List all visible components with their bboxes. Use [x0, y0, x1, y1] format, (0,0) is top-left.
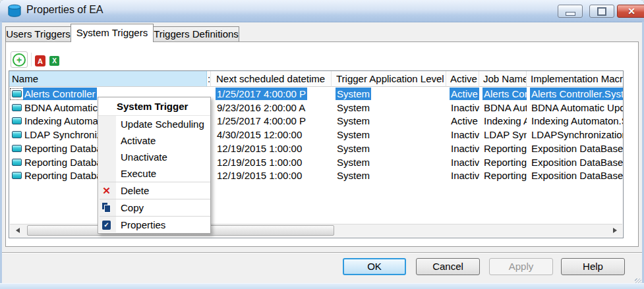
properties-icon: ✓: [101, 219, 112, 230]
maximize-button[interactable]: [589, 5, 614, 18]
cell-active[interactable]: Inactive: [450, 169, 479, 182]
maximize-icon: [597, 7, 606, 16]
menu-item-copy[interactable]: Copy: [98, 199, 210, 216]
cell-next[interactable]: 9/23/2016 2:00:00 A: [216, 101, 307, 114]
column-header-trigger-application-level[interactable]: Trigger Application Level: [332, 71, 446, 87]
ok-button[interactable]: OK: [343, 258, 406, 275]
apply-button: Apply: [489, 258, 553, 275]
cell-next[interactable]: 12/19/2015 1:00:00: [216, 156, 303, 169]
tab-triggers-definitions[interactable]: Triggers Definitions: [153, 26, 239, 41]
cell-impl[interactable]: Alerts Controller.System: [530, 88, 624, 100]
cell-impl[interactable]: Exposition DataBase Sy: [530, 156, 624, 169]
scroll-right-button[interactable]: [610, 224, 622, 236]
excel-icon: X: [52, 57, 57, 65]
column-header-name[interactable]: Name: [9, 71, 207, 87]
menu-item-execute[interactable]: Execute: [98, 165, 210, 182]
arrow-right-icon: [613, 228, 620, 233]
cell-job[interactable]: Reporting Database: [483, 156, 527, 169]
cell-active[interactable]: Active: [450, 115, 479, 127]
cell-level[interactable]: System: [336, 156, 371, 169]
export-excel-button[interactable]: X: [49, 56, 59, 66]
export-pdf-button[interactable]: A: [35, 55, 45, 66]
toolbar-separator: [31, 53, 32, 66]
cell-impl[interactable]: LDAPSynchronizationAg: [530, 128, 624, 141]
cell-active[interactable]: Inactive: [450, 142, 479, 155]
cell-active[interactable]: Inactive: [450, 128, 479, 141]
close-icon: ✕: [628, 6, 635, 16]
cell-active[interactable]: Active: [450, 88, 479, 100]
properties-dialog: Properties of EA ✕ Users TriggersSystem …: [0, 0, 644, 289]
window-title: Properties of EA: [26, 4, 103, 16]
cell-active[interactable]: Inactive: [450, 156, 479, 169]
trigger-icon: [12, 90, 22, 97]
menu-item-delete[interactable]: Delete✕: [98, 182, 210, 199]
help-button[interactable]: Help: [561, 258, 625, 275]
cell-next[interactable]: 12/19/2015 1:00:00: [216, 169, 303, 182]
trigger-icon: [12, 117, 22, 124]
menu-item-activate[interactable]: Activate: [98, 132, 210, 149]
minimize-button[interactable]: [558, 5, 583, 18]
cell-job[interactable]: Reporting Database: [483, 169, 527, 182]
menu-item-properties[interactable]: Properties✓: [98, 217, 210, 233]
arrow-left-icon: [13, 228, 20, 233]
cell-name[interactable]: Alerts Controller: [23, 88, 97, 100]
cell-next[interactable]: 1/25/2017 4:00:00 P: [216, 115, 307, 127]
context-menu-title: System Trigger: [98, 97, 210, 116]
column-header-job-name[interactable]: Job Name: [479, 71, 527, 87]
delete-icon: ✕: [101, 185, 112, 196]
cell-impl[interactable]: Exposition DataBase Sy: [530, 169, 624, 182]
cell-job[interactable]: Reporting Database: [483, 142, 527, 155]
cell-level[interactable]: System: [336, 128, 371, 141]
cell-job[interactable]: Indexing Automaton: [483, 115, 527, 127]
column-header-next-scheduled-datetime[interactable]: Next scheduled datetime: [211, 71, 332, 87]
plus-circle-icon: +: [13, 53, 26, 66]
close-button[interactable]: ✕: [617, 5, 644, 18]
tab-system-triggers[interactable]: System Triggers: [71, 24, 154, 42]
cell-level[interactable]: System: [336, 88, 371, 100]
trigger-icon: [12, 145, 22, 152]
cell-job[interactable]: LDAP Synchronization: [483, 128, 527, 141]
cell-active[interactable]: Inactive: [450, 101, 479, 114]
window-border-left: [0, 22, 2, 283]
pdf-icon: A: [38, 57, 43, 65]
cell-impl[interactable]: BDNA Automatic Update: [530, 101, 624, 114]
scroll-left-button[interactable]: [10, 224, 22, 236]
column-header-implementation-macro[interactable]: Implementation Macro: [527, 71, 624, 87]
cell-level[interactable]: System: [336, 142, 371, 155]
trigger-icon: [12, 172, 22, 179]
trigger-icon: [12, 131, 22, 138]
cell-impl[interactable]: Indexing Automaton.Se: [530, 115, 624, 127]
context-menu: System Trigger Update SchedulingActivate…: [98, 97, 211, 234]
add-trigger-button[interactable]: +: [11, 51, 28, 68]
cell-job[interactable]: Alerts Controller: [483, 88, 527, 100]
database-icon: [7, 4, 22, 18]
cancel-button[interactable]: Cancel: [416, 258, 480, 275]
trigger-icon: [12, 159, 22, 166]
copy-icon: [101, 202, 112, 213]
cell-next[interactable]: 12/19/2015 1:00:00: [216, 142, 303, 155]
cell-job[interactable]: BDNA Automatic: [483, 101, 527, 114]
window-border-bottom: [0, 283, 644, 289]
footer-separator: [2, 252, 642, 253]
title-bar[interactable]: Properties of EA ✕: [0, 0, 644, 22]
cell-level[interactable]: System: [336, 115, 371, 127]
cell-impl[interactable]: Exposition DataBase Sy: [530, 142, 624, 155]
trigger-icon: [12, 104, 22, 111]
cell-level[interactable]: System: [336, 101, 371, 114]
column-header-active[interactable]: Active: [446, 71, 479, 87]
menu-item-unactivate[interactable]: Unactivate: [98, 149, 210, 165]
menu-item-update-scheduling[interactable]: Update Scheduling: [98, 116, 210, 132]
tab-users-triggers[interactable]: Users Triggers: [5, 26, 71, 41]
cell-next[interactable]: 4/30/2015 12:00:00: [216, 128, 303, 141]
cell-next[interactable]: 1/25/2017 4:00:00 P: [216, 88, 307, 100]
cell-level[interactable]: System: [336, 169, 371, 182]
minimize-icon: [566, 12, 575, 16]
